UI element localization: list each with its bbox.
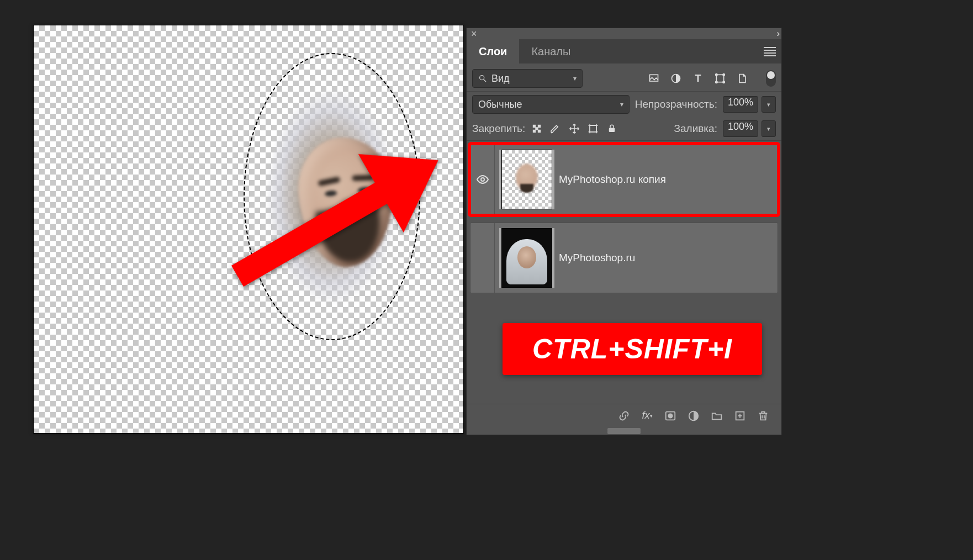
opacity-stepper[interactable]: ▾	[762, 96, 776, 113]
lock-artboard-icon[interactable]	[587, 123, 599, 135]
panel-menu-button[interactable]	[764, 47, 776, 56]
layer-thumbnail[interactable]	[501, 150, 552, 209]
layer-name[interactable]: MyPhotoshop.ru копия	[559, 173, 666, 186]
svg-point-22	[668, 413, 673, 418]
fill-stepper[interactable]: ▾	[762, 120, 776, 137]
lock-brush-icon[interactable]	[549, 123, 562, 135]
svg-rect-14	[590, 125, 596, 132]
lock-pixels-icon[interactable]	[531, 123, 543, 135]
chevron-down-icon: ▾	[573, 75, 577, 82]
svg-point-0	[480, 76, 484, 80]
blend-mode-value: Обычные	[478, 99, 522, 110]
lock-label: Закрепить:	[472, 123, 525, 135]
svg-rect-13	[538, 130, 541, 133]
opacity-field[interactable]: 100%	[723, 96, 758, 113]
new-group-icon[interactable]	[711, 410, 723, 422]
svg-rect-4	[716, 75, 723, 82]
svg-point-8	[723, 81, 725, 83]
svg-point-20	[481, 178, 484, 181]
eye-icon	[476, 173, 489, 186]
fill-field[interactable]: 100%	[723, 120, 758, 137]
opacity-label: Непрозрачность:	[635, 98, 717, 110]
panel-tabs: Слои Каналы	[467, 39, 781, 64]
filter-text-icon[interactable]: T	[692, 72, 704, 84]
shortcut-annotation: CTRL+SHIFT+I	[503, 323, 762, 375]
panel-close-button[interactable]: ×	[471, 28, 477, 40]
new-adjustment-icon[interactable]	[688, 410, 700, 422]
delete-layer-icon[interactable]	[757, 410, 769, 422]
add-mask-icon[interactable]	[664, 410, 676, 422]
new-layer-icon[interactable]	[734, 410, 746, 422]
link-layers-icon[interactable]	[618, 410, 630, 422]
layer-filter-value: Вид	[491, 73, 510, 84]
document-canvas[interactable]	[33, 25, 464, 434]
svg-point-5	[716, 74, 717, 76]
fill-label: Заливка:	[674, 123, 717, 135]
svg-rect-12	[533, 130, 536, 133]
tab-layers[interactable]: Слои	[467, 39, 519, 64]
blend-mode-select[interactable]: Обычные ▾	[472, 95, 630, 114]
layer-thumbnail[interactable]	[501, 228, 552, 288]
filter-adjustment-icon[interactable]	[670, 72, 682, 84]
svg-point-7	[716, 81, 717, 83]
lock-all-icon[interactable]	[606, 123, 618, 135]
panel-resize-grip[interactable]	[467, 427, 781, 435]
filter-image-icon[interactable]	[648, 72, 660, 84]
lock-move-icon[interactable]	[568, 123, 580, 135]
layer-visibility-toggle[interactable]	[470, 223, 495, 293]
svg-line-1	[484, 80, 486, 82]
tab-channels[interactable]: Каналы	[519, 39, 583, 64]
svg-point-6	[723, 74, 725, 76]
search-icon	[478, 74, 487, 83]
layer-filter-select[interactable]: Вид ▾	[472, 69, 583, 88]
layer-name[interactable]: MyPhotoshop.ru	[559, 252, 635, 264]
chevron-down-icon: ▾	[620, 101, 623, 108]
layer-fx-icon[interactable]: fx▾	[641, 410, 653, 422]
filter-toggle[interactable]	[766, 70, 776, 87]
svg-rect-19	[609, 128, 615, 133]
layer-row[interactable]: MyPhotoshop.ru	[470, 223, 778, 293]
filter-smartobject-icon[interactable]	[736, 72, 748, 84]
layer-row[interactable]: MyPhotoshop.ru копия	[470, 144, 778, 215]
filter-shape-icon[interactable]	[714, 72, 726, 84]
layers-panel-footer: fx▾	[467, 404, 781, 427]
layer-visibility-toggle[interactable]	[470, 145, 495, 214]
